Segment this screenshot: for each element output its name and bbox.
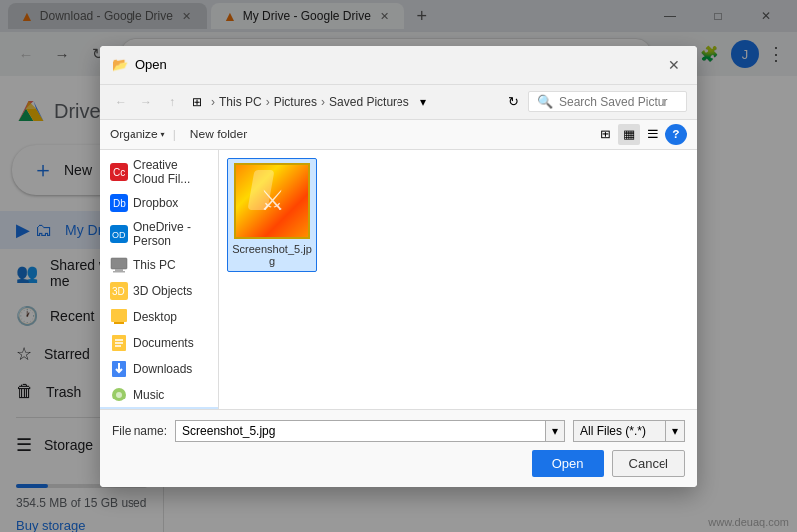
dsidebar-onedrive[interactable]: OD OneDrive - Person bbox=[100, 216, 218, 252]
dsidebar-desktop-label: Desktop bbox=[133, 310, 177, 324]
dialog-nav: ← → ↑ ⊞ › This PC › Pictures › Saved Pic… bbox=[100, 85, 697, 120]
breadcrumb-savedpictures[interactable]: Saved Pictures bbox=[329, 95, 409, 109]
breadcrumb-dropdown[interactable]: ⊞ bbox=[187, 92, 207, 112]
dsidebar-music[interactable]: Music bbox=[100, 382, 218, 407]
dsidebar-thispc[interactable]: This PC bbox=[100, 252, 218, 278]
organize-button[interactable]: Organize bbox=[110, 128, 165, 141]
dsidebar-dropbox[interactable]: Db Dropbox bbox=[100, 190, 218, 216]
cancel-button[interactable]: Cancel bbox=[612, 450, 685, 477]
filename-row: File name: ▾ All Files (*.*) ▾ bbox=[112, 420, 685, 442]
downloads-icon bbox=[110, 360, 128, 378]
svg-text:3D: 3D bbox=[112, 286, 125, 297]
svg-text:Cc: Cc bbox=[113, 167, 125, 178]
grid-view-button[interactable]: ▦ bbox=[618, 124, 640, 145]
dialog-up-button[interactable]: ↑ bbox=[161, 91, 183, 113]
dsidebar-onedrive-label: OneDrive - Person bbox=[133, 220, 208, 248]
desktop-icon bbox=[110, 308, 128, 326]
creativecloud-icon: Cc bbox=[110, 163, 128, 181]
path-dropdown[interactable]: ▾ bbox=[413, 92, 433, 112]
dsidebar-3dobjects[interactable]: 3D 3D Objects bbox=[100, 278, 218, 304]
filename-input[interactable] bbox=[175, 420, 546, 442]
dialog-breadcrumb: ⊞ › This PC › Pictures › Saved Pictures … bbox=[187, 92, 498, 112]
dialog-title-bar: 📂 Open ✕ bbox=[100, 46, 697, 85]
breadcrumb-pictures[interactable]: Pictures bbox=[274, 95, 317, 109]
svg-rect-8 bbox=[113, 271, 125, 273]
3dobjects-icon: 3D bbox=[110, 282, 128, 300]
dsidebar-creativecloud-label: Creative Cloud Fil... bbox=[133, 158, 208, 186]
svg-text:OD: OD bbox=[112, 230, 126, 240]
filename-dropdown-button[interactable]: ▾ bbox=[546, 420, 565, 442]
dsidebar-documents-label: Documents bbox=[133, 336, 194, 350]
file-name-screenshot5: Screenshot_5.jpg bbox=[232, 243, 312, 267]
dialog-title-text: Open bbox=[135, 57, 167, 72]
filename-label: File name: bbox=[112, 424, 167, 438]
dsidebar-desktop[interactable]: Desktop bbox=[100, 304, 218, 330]
extra-view-button[interactable]: ⊞ bbox=[594, 124, 616, 145]
file-item-screenshot5[interactable]: Screenshot_5.jpg bbox=[227, 158, 317, 272]
dialog-search-input[interactable] bbox=[559, 95, 668, 109]
open-button[interactable]: Open bbox=[532, 450, 604, 477]
details-view-button[interactable]: ☰ bbox=[642, 124, 664, 145]
svg-point-20 bbox=[116, 392, 122, 398]
dsidebar-downloads[interactable]: Downloads bbox=[100, 356, 218, 382]
dialog-forward-button[interactable]: → bbox=[135, 91, 157, 113]
svg-rect-7 bbox=[115, 269, 123, 271]
svg-text:Db: Db bbox=[113, 198, 126, 209]
music-icon bbox=[110, 386, 128, 403]
dsidebar-downloads-label: Downloads bbox=[133, 362, 192, 376]
dialog-title-icon: 📂 bbox=[112, 57, 128, 72]
dialog-files: Screenshot_5.jpg bbox=[219, 150, 697, 409]
dsidebar-pictures[interactable]: Pictures bbox=[100, 407, 218, 409]
breadcrumb-thispc[interactable]: This PC bbox=[219, 95, 262, 109]
filename-input-wrap: ▾ bbox=[175, 420, 565, 442]
dialog-refresh-button[interactable]: ↻ bbox=[502, 91, 524, 113]
dsidebar-creativecloud[interactable]: Cc Creative Cloud Fil... bbox=[100, 154, 218, 190]
dialog-title: 📂 Open bbox=[112, 57, 167, 72]
onedrive-icon: OD bbox=[110, 225, 128, 243]
open-dialog: 📂 Open ✕ ← → ↑ ⊞ › This PC › Pictures › … bbox=[100, 46, 697, 487]
dsidebar-3dobjects-label: 3D Objects bbox=[133, 284, 192, 298]
svg-rect-11 bbox=[111, 309, 127, 322]
dialog-body: Cc Creative Cloud Fil... Db Dropbox OD O… bbox=[100, 150, 697, 409]
dialog-search[interactable]: 🔍 bbox=[528, 91, 687, 112]
documents-icon bbox=[110, 334, 128, 352]
filetype-dropdown-button[interactable]: ▾ bbox=[666, 420, 685, 442]
dialog-back-button[interactable]: ← bbox=[110, 91, 132, 113]
dsidebar-documents[interactable]: Documents bbox=[100, 330, 218, 356]
dialog-overlay: 📂 Open ✕ ← → ↑ ⊞ › This PC › Pictures › … bbox=[0, 0, 797, 532]
svg-rect-6 bbox=[111, 258, 127, 269]
dsidebar-dropbox-label: Dropbox bbox=[133, 196, 178, 210]
search-icon: 🔍 bbox=[537, 94, 553, 109]
dropbox-icon: Db bbox=[110, 194, 128, 212]
dialog-toolbar: Organize | New folder ⊞ ▦ ☰ ? bbox=[100, 120, 697, 150]
thispc-icon bbox=[110, 256, 128, 274]
help-button[interactable]: ? bbox=[665, 124, 687, 145]
file-thumbnail bbox=[234, 163, 310, 239]
filetype-select[interactable]: All Files (*.*) bbox=[573, 420, 666, 442]
dialog-footer: File name: ▾ All Files (*.*) ▾ Open Canc… bbox=[100, 409, 697, 487]
new-folder-button[interactable]: New folder bbox=[184, 126, 253, 143]
footer-buttons: Open Cancel bbox=[112, 450, 685, 477]
dialog-sidebar: Cc Creative Cloud Fil... Db Dropbox OD O… bbox=[100, 150, 219, 409]
view-buttons: ⊞ ▦ ☰ ? bbox=[594, 124, 687, 145]
dialog-close-button[interactable]: ✕ bbox=[664, 54, 685, 76]
dsidebar-thispc-label: This PC bbox=[133, 258, 176, 272]
svg-rect-12 bbox=[114, 322, 124, 324]
dsidebar-music-label: Music bbox=[133, 388, 164, 401]
